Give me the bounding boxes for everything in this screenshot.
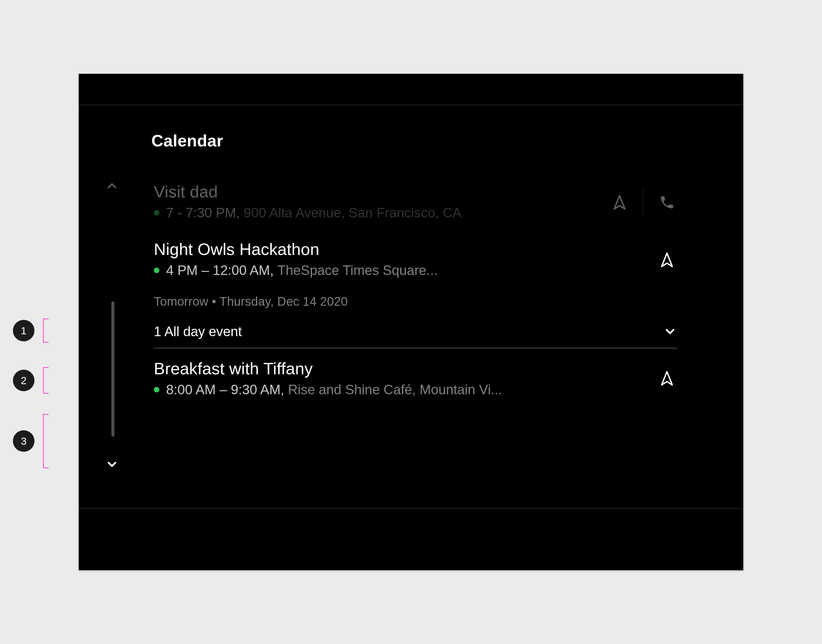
event-time: 8:00 AM – 9:30 AM,	[166, 381, 284, 398]
scroll-up-button[interactable]	[104, 178, 120, 193]
chevron-up-icon	[105, 179, 119, 193]
navigate-button[interactable]	[657, 250, 677, 270]
event-list: Visit dad 7 - 7:30 PM, 900 Alta Avenue, …	[154, 173, 677, 408]
callout-2: 2	[13, 367, 51, 394]
chevron-down-icon	[105, 458, 119, 471]
callout-badge-2: 2	[13, 370, 34, 391]
scroll-down-button[interactable]	[104, 457, 120, 472]
date-section-header: Tomorrow • Thursday, Dec 14 2020	[154, 294, 677, 308]
event-location: TheSpace Times Square...	[278, 262, 438, 279]
event-location: Rise and Shine Café, Mountain Vi...	[288, 381, 502, 398]
event-location: 900 Alta Avenue, San Francisco, CA	[244, 204, 462, 221]
navigate-icon	[659, 252, 675, 268]
event-subtitle: 4 PM – 12:00 AM, TheSpace Times Square..…	[154, 262, 677, 279]
event-row[interactable]: Breakfast with Tiffany 8:00 AM – 9:30 AM…	[154, 348, 677, 408]
calendar-dot-icon	[154, 210, 159, 216]
scrollbar[interactable]	[111, 301, 115, 437]
event-time: 7 - 7:30 PM,	[166, 204, 240, 221]
navigate-icon	[612, 194, 627, 210]
callout-bracket-2	[43, 367, 51, 394]
canvas: 1 2 3 Calendar	[0, 0, 822, 644]
callout-1: 1	[13, 319, 51, 343]
callout-bracket-3	[43, 414, 51, 468]
event-actions	[657, 250, 677, 270]
event-row[interactable]: Visit dad 7 - 7:30 PM, 900 Alta Avenue, …	[154, 173, 677, 231]
calendar-dot-icon	[154, 268, 159, 273]
divider	[79, 104, 743, 105]
event-title: Breakfast with Tiffany	[154, 359, 677, 378]
event-actions	[657, 368, 677, 388]
call-button[interactable]	[657, 193, 677, 212]
allday-label: 1 All day event	[154, 324, 242, 339]
event-title: Night Owls Hackathon	[154, 239, 677, 259]
callout-3: 3	[13, 414, 51, 468]
divider	[79, 508, 743, 509]
allday-toggle[interactable]: 1 All day event	[154, 315, 677, 348]
event-actions	[610, 188, 677, 217]
callout-badge-3: 3	[13, 430, 34, 452]
event-subtitle: 8:00 AM – 9:30 AM, Rise and Shine Café, …	[154, 381, 677, 398]
callout-badge-1: 1	[13, 320, 34, 341]
chevron-down-icon	[663, 325, 677, 338]
event-time: 4 PM – 12:00 AM,	[166, 262, 274, 279]
page-title: Calendar	[151, 131, 223, 150]
navigate-button[interactable]	[610, 193, 629, 212]
app-frame: Calendar Visit dad	[79, 74, 743, 570]
divider	[643, 188, 644, 217]
event-row[interactable]: Night Owls Hackathon 4 PM – 12:00 AM, Th…	[154, 231, 677, 288]
navigate-button[interactable]	[657, 368, 677, 388]
calendar-dot-icon	[154, 387, 159, 393]
phone-icon	[659, 194, 675, 210]
callout-bracket-1	[43, 319, 51, 343]
event-title: Visit dad	[154, 182, 677, 201]
event-subtitle: 7 - 7:30 PM, 900 Alta Avenue, San Franci…	[154, 204, 677, 221]
navigate-icon	[659, 370, 675, 386]
